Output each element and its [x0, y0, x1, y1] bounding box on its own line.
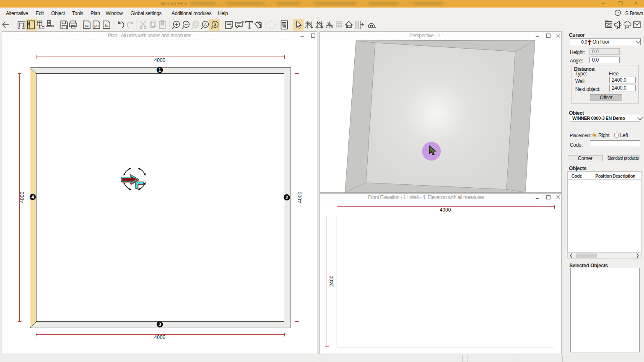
- svg-text:sc: sc: [85, 23, 89, 28]
- svg-text:4000: 4000: [297, 191, 303, 203]
- svg-text:A: A: [204, 23, 207, 27]
- svg-text:2400: 2400: [329, 275, 335, 287]
- svg-text:4: 4: [31, 194, 34, 199]
- svg-text:2: 2: [286, 195, 288, 200]
- svg-text:4000: 4000: [154, 334, 166, 340]
- svg-text:3: 3: [158, 322, 161, 327]
- svg-text:4000: 4000: [19, 191, 25, 203]
- svg-text:4000: 4000: [440, 207, 451, 213]
- svg-text:pn: pn: [94, 23, 99, 28]
- svg-text:4000: 4000: [154, 57, 166, 63]
- svg-text:3: 3: [214, 23, 216, 27]
- svg-text:?: ?: [617, 10, 619, 15]
- svg-text:1: 1: [158, 67, 161, 72]
- svg-text:fc: fc: [105, 23, 108, 28]
